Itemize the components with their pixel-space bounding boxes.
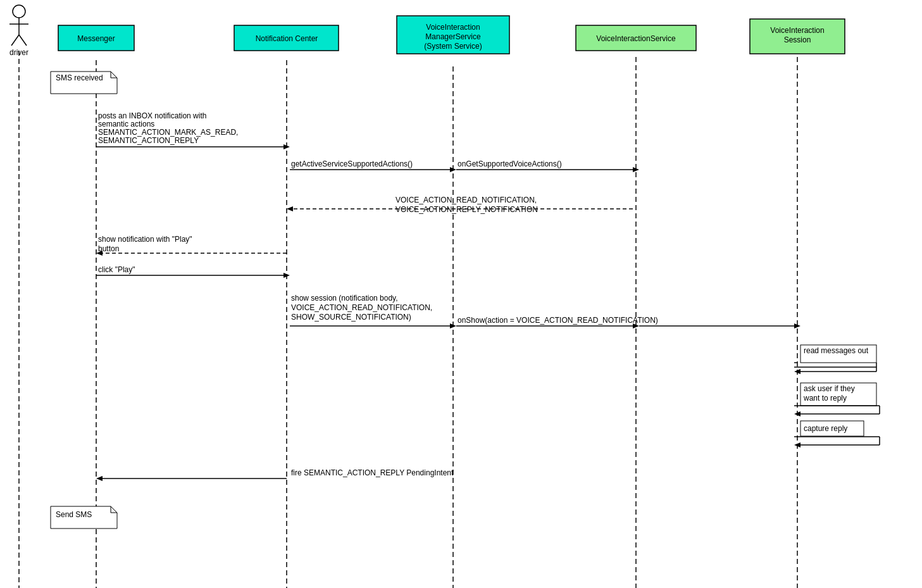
svg-point-6 [13, 5, 25, 18]
msg-fire-semantic: fire SEMANTIC_ACTION_REPLY PendingIntent [291, 468, 454, 477]
note-send-sms: Send SMS [56, 510, 92, 519]
actor-notification-label: Notification Center [256, 34, 318, 43]
msg-show-session-2: VOICE_ACTION_READ_NOTIFICATION, [291, 303, 432, 312]
msg-voice-action-read-1: VOICE_ACTION_READ_NOTIFICATION, [396, 196, 537, 204]
actor-messenger-label: Messenger [77, 34, 115, 43]
actor-vis-label: VoiceInteractionService [596, 34, 676, 43]
svg-marker-53 [96, 476, 103, 481]
actor-vsession-label-1: VoiceInteraction [770, 26, 824, 35]
msg-on-show: onShow(action = VOICE_ACTION_READ_NOTIFI… [458, 316, 658, 325]
msg-on-get-supported: onGetSupportedVoiceActions() [458, 160, 562, 168]
note-read-messages-1: read messages out [804, 346, 869, 355]
msg-posts-inbox-3: SEMANTIC_ACTION_MARK_AS_READ, [98, 128, 238, 137]
msg-posts-inbox-4: SEMANTIC_ACTION_REPLY [98, 136, 199, 145]
msg-posts-inbox-2: semantic actions [98, 120, 154, 128]
msg-show-session-1: show session (notification body, [291, 294, 398, 303]
svg-line-10 [19, 35, 27, 46]
svg-marker-55 [111, 506, 117, 513]
svg-marker-25 [287, 206, 293, 211]
note-ask-user-2: want to reply [803, 394, 847, 403]
note-ask-user-1: ask user if they [804, 384, 855, 393]
actor-driver-label: driver [9, 48, 28, 57]
note-sms-received: SMS received [56, 73, 103, 82]
actor-vim-label-1: VoiceInteraction [426, 23, 480, 32]
msg-click-play: click "Play" [98, 265, 135, 274]
actor-vsession-label-2: Session [784, 35, 811, 44]
svg-marker-17 [111, 72, 117, 78]
msg-voice-action-read-2: VOICE_ACTION_REPLY_NOTIFICATION [396, 205, 538, 214]
msg-show-notification-1: show notification with "Play" [98, 235, 192, 244]
note-capture-reply: capture reply [804, 424, 847, 433]
actor-vim-label-2: ManagerService [425, 32, 481, 41]
msg-show-session-3: SHOW_SOURCE_NOTIFICATION) [291, 313, 411, 322]
msg-posts-inbox-1: posts an INBOX notification with [98, 111, 206, 120]
svg-line-9 [11, 35, 19, 46]
msg-show-notification-2: button [98, 244, 119, 253]
msg-get-active-service: getActiveServiceSupportedActions() [291, 160, 413, 168]
actor-vim-label-3: (System Service) [424, 42, 482, 51]
